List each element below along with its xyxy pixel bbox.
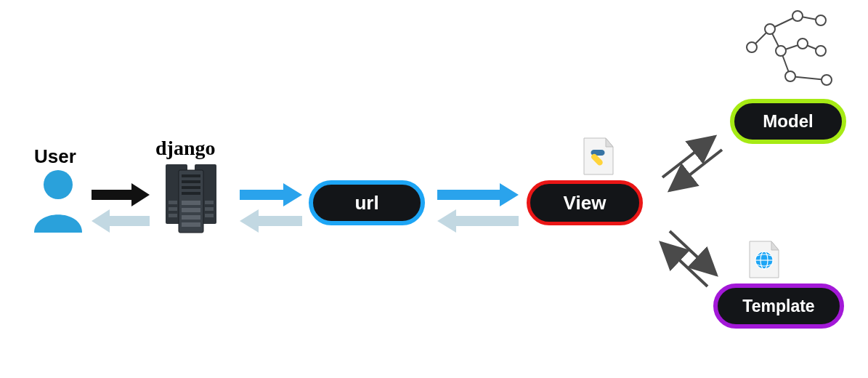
svg-point-0 bbox=[44, 170, 73, 199]
svg-rect-4 bbox=[182, 174, 200, 177]
svg-rect-16 bbox=[205, 207, 214, 211]
svg-point-29 bbox=[816, 15, 826, 25]
svg-rect-39 bbox=[92, 190, 131, 200]
svg-point-34 bbox=[822, 75, 832, 85]
svg-line-46 bbox=[670, 150, 722, 190]
svg-point-31 bbox=[798, 39, 808, 49]
globe-file-icon bbox=[747, 240, 782, 281]
graph-icon bbox=[741, 7, 835, 94]
model-node: Model bbox=[730, 99, 846, 144]
svg-rect-44 bbox=[456, 216, 519, 226]
svg-point-28 bbox=[792, 11, 803, 21]
svg-rect-5 bbox=[182, 180, 200, 183]
svg-point-30 bbox=[776, 46, 786, 56]
svg-rect-15 bbox=[205, 201, 214, 204]
svg-rect-8 bbox=[182, 201, 200, 205]
user-icon bbox=[33, 169, 84, 233]
svg-point-32 bbox=[816, 46, 826, 56]
arrows-view-model bbox=[652, 124, 732, 204]
svg-rect-40 bbox=[110, 216, 150, 226]
template-node: Template bbox=[713, 284, 844, 329]
url-node: url bbox=[309, 180, 425, 225]
svg-rect-13 bbox=[169, 207, 177, 211]
svg-point-26 bbox=[747, 42, 757, 52]
svg-rect-12 bbox=[169, 201, 177, 204]
arrow-url-to-django bbox=[238, 209, 304, 236]
arrows-view-template bbox=[652, 218, 732, 298]
view-node: View bbox=[527, 180, 643, 225]
svg-line-47 bbox=[670, 231, 716, 275]
url-node-label: url bbox=[354, 192, 378, 214]
svg-rect-43 bbox=[437, 190, 500, 200]
server-icon bbox=[151, 158, 231, 238]
svg-rect-17 bbox=[205, 214, 214, 217]
django-label: django bbox=[155, 137, 215, 160]
svg-rect-7 bbox=[182, 192, 200, 195]
svg-rect-6 bbox=[182, 186, 200, 189]
python-file-icon bbox=[581, 137, 616, 177]
arrow-view-to-url bbox=[436, 209, 520, 236]
model-node-label: Model bbox=[763, 111, 813, 132]
svg-rect-41 bbox=[240, 190, 283, 200]
arrow-django-to-user bbox=[90, 209, 151, 236]
svg-rect-14 bbox=[169, 214, 177, 217]
svg-line-48 bbox=[661, 243, 707, 286]
svg-rect-42 bbox=[259, 216, 302, 226]
arrow-django-to-url bbox=[238, 183, 304, 209]
svg-point-27 bbox=[765, 24, 775, 34]
template-node-label: Template bbox=[742, 297, 814, 316]
arrow-url-to-view bbox=[436, 183, 520, 209]
view-node-label: View bbox=[564, 192, 607, 214]
user-label: User bbox=[34, 145, 76, 168]
svg-rect-9 bbox=[182, 208, 200, 212]
svg-rect-10 bbox=[182, 215, 200, 220]
svg-rect-11 bbox=[182, 222, 200, 227]
svg-line-45 bbox=[662, 137, 715, 177]
architecture-diagram: User django bbox=[0, 0, 868, 378]
svg-point-33 bbox=[785, 71, 795, 81]
